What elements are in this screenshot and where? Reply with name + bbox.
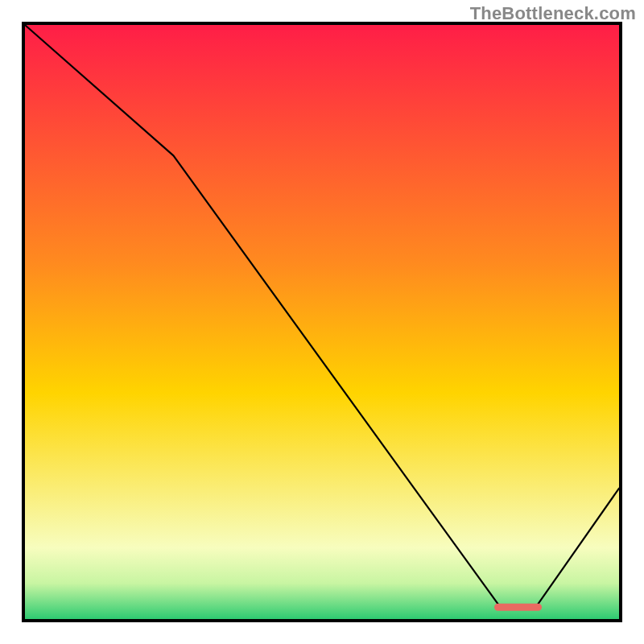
chart-svg xyxy=(0,0,644,644)
chart-container: TheBottleneck.com xyxy=(0,0,644,644)
gradient-background xyxy=(25,25,619,619)
highlight-marker xyxy=(494,604,542,611)
watermark-text: TheBottleneck.com xyxy=(470,3,636,24)
plot-area xyxy=(23,23,621,621)
